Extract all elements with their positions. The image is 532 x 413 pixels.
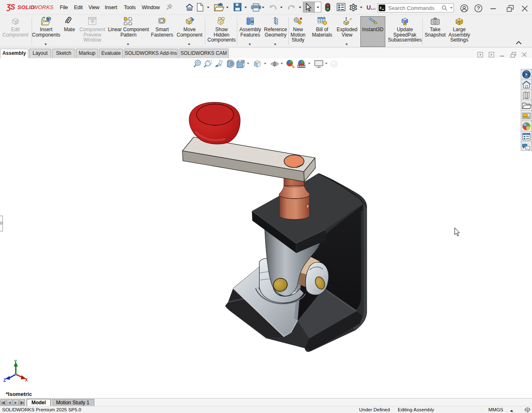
- svg-text:SOLID: SOLID: [17, 4, 35, 10]
- svg-text:*Isometric: *Isometric: [6, 391, 32, 397]
- svg-text:ƷS: ƷS: [7, 3, 15, 11]
- svg-text:3DX: 3DX: [525, 76, 528, 78]
- svg-text:Z: Z: [3, 378, 6, 383]
- svg-text:!: !: [404, 22, 405, 25]
- svg-text:WORKS: WORKS: [33, 4, 54, 10]
- svg-text:X: X: [25, 378, 28, 382]
- svg-text:Y: Y: [14, 359, 17, 364]
- svg-text:?: ?: [477, 5, 480, 11]
